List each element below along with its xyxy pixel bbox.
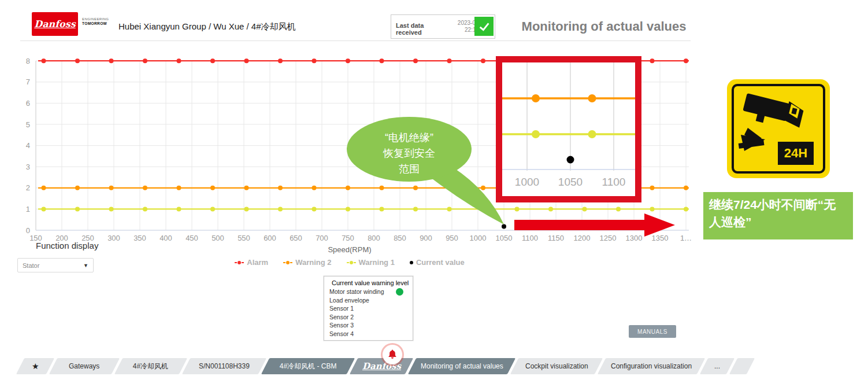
series-point[interactable]	[481, 58, 485, 63]
series-point[interactable]	[75, 58, 80, 63]
tagline-line1: ENGINEERING	[82, 17, 109, 21]
legend-marker	[235, 261, 244, 264]
legend-label: Alarm	[247, 258, 268, 267]
inset-series-point	[532, 130, 540, 138]
series-point[interactable]	[380, 58, 384, 63]
series-point[interactable]	[684, 186, 688, 190]
tab-s-n001108h339[interactable]: S/N001108H339	[182, 358, 266, 374]
series-point[interactable]	[42, 207, 46, 211]
series-point[interactable]	[143, 186, 147, 190]
series-point[interactable]	[650, 186, 655, 190]
tab-label: 4#冷却风机	[133, 362, 168, 371]
tab-configuration-visualization[interactable]: Configuration visualization	[598, 358, 705, 374]
legend-label: Warning 1	[359, 258, 395, 267]
arrow-shape	[514, 213, 675, 237]
series-point[interactable]	[244, 207, 249, 211]
page-title: Monitoring of actual values	[520, 19, 688, 34]
tab-gateways[interactable]: Gateways	[49, 358, 120, 374]
y-tick-label: 8	[26, 57, 30, 65]
app-window: Danfoss ENGINEERING TOMORROW Hubei Xiang…	[0, 0, 868, 387]
series-point[interactable]	[244, 186, 249, 190]
series-point[interactable]	[109, 58, 114, 63]
tooltip-row-label: Sensor 3	[329, 321, 354, 330]
badge-24h-label: 24H	[784, 146, 807, 161]
series-point[interactable]	[177, 207, 181, 211]
tab-monitoring-of-actual-values[interactable]: Monitoring of actual values	[408, 358, 515, 374]
series-point[interactable]	[312, 207, 317, 211]
series-point[interactable]	[413, 58, 418, 63]
series-point[interactable]	[447, 58, 452, 63]
series-point[interactable]	[75, 186, 80, 190]
legend-label: Current value	[416, 258, 465, 267]
tooltip-row: Sensor 2	[324, 313, 413, 322]
x-tick-label: 700	[316, 234, 328, 242]
x-tick-label: 850	[394, 234, 406, 242]
series-point[interactable]	[244, 58, 249, 63]
legend-item-alarm[interactable]: Alarm	[235, 258, 268, 267]
tab--[interactable]: ...	[700, 358, 735, 374]
tab-label: Cockpit visualization	[525, 362, 588, 370]
tooltip-row: Load envelope	[324, 296, 413, 305]
tooltip-row-label: Sensor 1	[329, 304, 354, 313]
danfoss-tagline: ENGINEERING TOMORROW	[82, 17, 109, 25]
series-point[interactable]	[143, 207, 147, 211]
badge-24h: 24H	[778, 142, 814, 165]
inset-x-tick-label: 1050	[558, 176, 583, 188]
legend-item-current-value[interactable]: Current value	[410, 258, 465, 267]
series-point[interactable]	[312, 58, 317, 63]
tooltip-row-label: Sensor 2	[329, 313, 354, 322]
series-point[interactable]	[109, 186, 114, 190]
series-point[interactable]	[42, 186, 46, 190]
series-point[interactable]	[210, 207, 215, 211]
legend-label: Warning 2	[295, 258, 331, 267]
manuals-button[interactable]: MANUALS	[629, 325, 676, 338]
star-icon: ★	[32, 362, 39, 371]
series-point[interactable]	[75, 207, 80, 211]
y-tick-label: 1	[26, 205, 30, 213]
tagline-line2: TOMORROW	[82, 21, 109, 25]
inset-series-point	[532, 94, 540, 102]
last-data-received-box: Last data received 2023-09-05 22:13:37	[391, 14, 495, 39]
tab-label: ...	[714, 362, 720, 370]
series-point[interactable]	[312, 186, 317, 190]
inset-x-tick-label: 1100	[602, 176, 626, 188]
notification-bell-badge[interactable]	[383, 345, 402, 364]
tab-danfoss-home[interactable]: Danfoss	[350, 358, 413, 374]
status-ok-badge	[474, 17, 494, 36]
series-point[interactable]	[177, 58, 181, 63]
x-tick-label: 350	[133, 234, 146, 242]
series-point[interactable]	[650, 58, 655, 63]
series-point[interactable]	[143, 58, 147, 63]
x-tick-label: 1…	[680, 234, 692, 242]
series-point[interactable]	[278, 207, 283, 211]
series-point[interactable]	[210, 186, 215, 190]
bubble-text-line1: “电机绝缘”	[385, 132, 433, 143]
series-point[interactable]	[42, 58, 46, 63]
x-tick-label: 550	[238, 234, 250, 242]
tab-cockpit-visualization[interactable]: Cockpit visualization	[510, 358, 603, 374]
tab-favorites[interactable]: ★	[16, 358, 54, 374]
series-point[interactable]	[684, 207, 688, 211]
series-point[interactable]	[210, 58, 215, 63]
inset-series-point	[588, 130, 596, 138]
x-tick-label: 450	[186, 234, 198, 242]
series-point[interactable]	[278, 58, 283, 63]
danfoss-logo: Danfoss	[32, 12, 78, 36]
series-point[interactable]	[278, 186, 283, 190]
legend-item-warning-2[interactable]: Warning 2	[283, 258, 331, 267]
tab-4-冷却风机[interactable]: 4#冷却风机	[114, 358, 187, 374]
tab-4-冷却风机-cbm[interactable]: 4#冷却风机 - CBM	[261, 358, 355, 374]
y-tick-label: 2	[26, 183, 30, 192]
banner-text: 继续7/24小时不间断“无人巡检”	[709, 196, 847, 231]
legend-item-warning-1[interactable]: Warning 1	[347, 258, 395, 267]
tooltip-row: Motor stator winding	[324, 288, 413, 296]
x-tick-label: 950	[446, 234, 458, 242]
red-arrow-annotation	[511, 211, 679, 237]
series-point[interactable]	[346, 58, 350, 63]
series-point[interactable]	[109, 207, 114, 211]
x-tick-label: 1050	[496, 234, 513, 242]
series-point[interactable]	[684, 58, 688, 63]
header-divider	[20, 40, 691, 41]
series-point[interactable]	[177, 186, 181, 190]
last-data-label: Last data received	[396, 22, 446, 36]
